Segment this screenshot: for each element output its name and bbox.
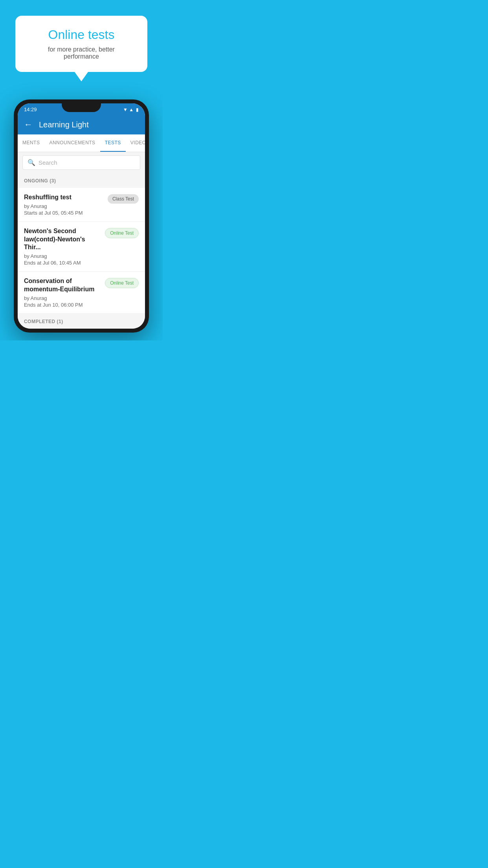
test-info-1: Reshuffling test by Anurag Starts at Jul…: [24, 193, 104, 216]
test-author-1: by Anurag: [24, 203, 104, 209]
completed-section-header: COMPLETED (1): [18, 314, 145, 329]
status-time: 14:29: [24, 107, 37, 112]
bubble-subtitle: for more practice, better performance: [31, 46, 132, 60]
test-date-3: Ends at Jun 10, 06:00 PM: [24, 302, 101, 308]
tab-tests[interactable]: TESTS: [100, 134, 126, 152]
status-icons: ▼ ▲ ▮: [123, 107, 139, 112]
tabs-bar: MENTS ANNOUNCEMENTS TESTS VIDEOS: [18, 134, 145, 152]
test-info-2: Newton's Second law(contd)-Newton's Thir…: [24, 227, 101, 266]
search-container: 🔍 Search: [18, 152, 145, 173]
test-name-2: Newton's Second law(contd)-Newton's Thir…: [24, 227, 101, 252]
ongoing-label: ONGOING (3): [24, 178, 56, 184]
search-input[interactable]: Search: [39, 159, 57, 166]
test-list: Reshuffling test by Anurag Starts at Jul…: [18, 188, 145, 314]
test-item-3[interactable]: Conservation of momentum-Equilibrium by …: [18, 272, 145, 314]
phone-frame: 14:29 ▼ ▲ ▮ ← Learning Light MENTS ANNOU…: [14, 99, 149, 333]
search-icon: 🔍: [28, 159, 35, 166]
test-item-1[interactable]: Reshuffling test by Anurag Starts at Jul…: [18, 188, 145, 222]
speech-bubble: Online tests for more practice, better p…: [15, 16, 148, 72]
badge-online-test-3: Online Test: [105, 278, 139, 288]
tab-ments[interactable]: MENTS: [18, 134, 45, 152]
search-box[interactable]: 🔍 Search: [22, 155, 140, 170]
test-date-1: Starts at Jul 05, 05:45 PM: [24, 210, 104, 216]
wifi-icon: ▼ ▲: [123, 107, 134, 112]
badge-online-test-2: Online Test: [105, 228, 139, 238]
bubble-title: Online tests: [31, 28, 132, 42]
back-button[interactable]: ←: [24, 120, 33, 130]
test-name-1: Reshuffling test: [24, 193, 104, 202]
battery-icon: ▮: [136, 107, 139, 112]
test-author-2: by Anurag: [24, 253, 101, 259]
test-name-3: Conservation of momentum-Equilibrium: [24, 277, 101, 294]
completed-label: COMPLETED (1): [24, 319, 63, 324]
tab-videos[interactable]: VIDEOS: [126, 134, 145, 152]
phone-inner: 14:29 ▼ ▲ ▮ ← Learning Light MENTS ANNOU…: [18, 103, 145, 329]
test-item-2[interactable]: Newton's Second law(contd)-Newton's Thir…: [18, 222, 145, 272]
app-title: Learning Light: [39, 120, 89, 129]
app-bar: ← Learning Light: [18, 115, 145, 134]
tab-announcements[interactable]: ANNOUNCEMENTS: [44, 134, 100, 152]
ongoing-section-header: ONGOING (3): [18, 173, 145, 188]
test-author-3: by Anurag: [24, 295, 101, 301]
notch: [62, 103, 101, 112]
badge-class-test-1: Class Test: [108, 194, 139, 204]
test-date-2: Ends at Jul 06, 10:45 AM: [24, 260, 101, 266]
test-info-3: Conservation of momentum-Equilibrium by …: [24, 277, 101, 308]
